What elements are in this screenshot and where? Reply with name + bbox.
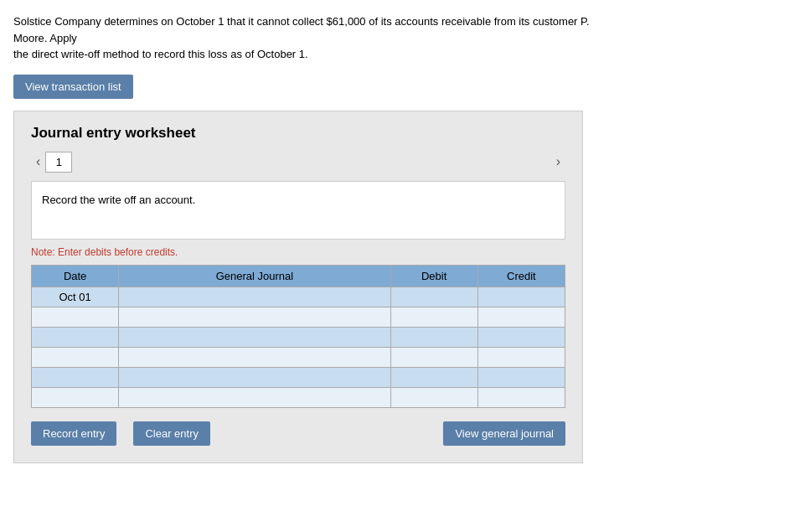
credit-cell[interactable] — [477, 307, 565, 327]
debit-input[interactable] — [391, 307, 477, 327]
debit-input[interactable] — [391, 348, 477, 367]
debit-input[interactable] — [391, 287, 477, 307]
prev-tab-button[interactable]: ‹ — [31, 152, 45, 171]
worksheet-container: Journal entry worksheet ‹ 1 › Record the… — [13, 111, 583, 463]
date-cell — [32, 347, 119, 367]
header-credit: Credit — [477, 265, 565, 287]
journal-input[interactable] — [119, 328, 390, 347]
table-row — [32, 327, 565, 347]
table-row — [32, 367, 565, 387]
table-row — [32, 387, 565, 407]
credit-cell[interactable] — [477, 367, 565, 387]
view-transaction-button[interactable]: View transaction list — [13, 75, 133, 99]
journal-cell[interactable] — [119, 307, 390, 327]
credit-input[interactable] — [478, 307, 565, 327]
date-cell — [32, 387, 119, 407]
journal-cell[interactable] — [119, 347, 390, 367]
note-text: Note: Enter debits before credits. — [31, 246, 565, 258]
date-cell: Oct 01 — [32, 287, 119, 307]
header-date: Date — [32, 265, 119, 287]
table-row — [32, 347, 565, 367]
table-row — [32, 307, 565, 327]
journal-input[interactable] — [119, 287, 390, 307]
journal-input[interactable] — [119, 368, 390, 387]
debit-input[interactable] — [391, 368, 477, 387]
record-entry-button[interactable]: Record entry — [31, 421, 116, 446]
tab-navigation: ‹ 1 › — [31, 152, 565, 173]
clear-entry-button[interactable]: Clear entry — [133, 421, 210, 446]
header-journal: General Journal — [119, 265, 390, 287]
worksheet-title: Journal entry worksheet — [31, 125, 565, 142]
actions-row: Record entry Clear entry View general jo… — [31, 421, 565, 446]
debit-cell[interactable] — [390, 287, 477, 307]
date-cell — [32, 327, 119, 347]
header-debit: Debit — [390, 265, 477, 287]
credit-input[interactable] — [478, 348, 565, 367]
instruction-text: Record the write off an account. — [42, 194, 195, 206]
debit-input[interactable] — [391, 388, 477, 407]
journal-table: Date General Journal Debit Credit Oct 01 — [31, 265, 565, 408]
debit-cell[interactable] — [390, 307, 477, 327]
journal-cell[interactable] — [119, 287, 390, 307]
next-tab-button[interactable]: › — [551, 152, 565, 171]
credit-cell[interactable] — [477, 327, 565, 347]
date-cell — [32, 307, 119, 327]
credit-cell[interactable] — [477, 287, 565, 307]
view-general-journal-button[interactable]: View general journal — [443, 421, 565, 446]
debit-cell[interactable] — [390, 327, 477, 347]
credit-input[interactable] — [478, 328, 565, 347]
instruction-box: Record the write off an account. — [31, 181, 565, 240]
journal-input[interactable] — [119, 307, 390, 327]
journal-cell[interactable] — [119, 327, 390, 347]
date-cell — [32, 367, 119, 387]
credit-input[interactable] — [478, 388, 565, 407]
debit-input[interactable] — [391, 328, 477, 347]
debit-cell[interactable] — [390, 347, 477, 367]
journal-cell[interactable] — [119, 367, 390, 387]
journal-input[interactable] — [119, 348, 390, 367]
credit-cell[interactable] — [477, 387, 565, 407]
journal-input[interactable] — [119, 388, 390, 407]
tab-number[interactable]: 1 — [45, 152, 72, 173]
table-row: Oct 01 — [32, 287, 565, 307]
debit-cell[interactable] — [390, 387, 477, 407]
credit-input[interactable] — [478, 287, 565, 307]
description-text: Solstice Company determines on October 1… — [13, 13, 617, 63]
credit-cell[interactable] — [477, 347, 565, 367]
journal-cell[interactable] — [119, 387, 390, 407]
credit-input[interactable] — [478, 368, 565, 387]
debit-cell[interactable] — [390, 367, 477, 387]
